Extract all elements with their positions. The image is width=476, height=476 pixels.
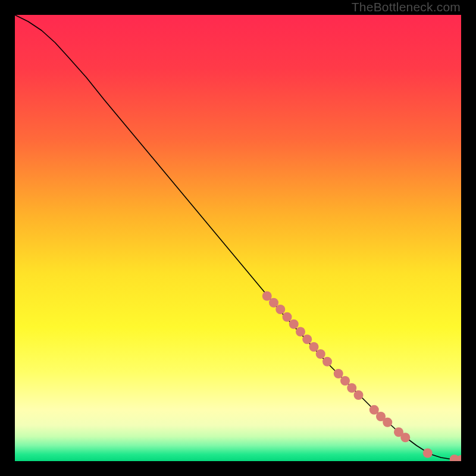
highlighted-point	[289, 320, 299, 329]
highlighted-point	[334, 369, 343, 378]
chart-stage: TheBottleneck.com	[0, 0, 476, 476]
highlighted-point	[283, 312, 292, 322]
highlighted-point	[322, 357, 332, 367]
plot-area	[15, 15, 461, 461]
highlighted-point	[354, 390, 364, 400]
highlighted-point	[316, 349, 325, 359]
highlighted-point	[423, 449, 433, 458]
highlighted-point	[400, 433, 410, 442]
highlighted-point	[296, 327, 305, 337]
highlighted-point	[275, 305, 285, 314]
chart-background	[15, 15, 461, 461]
watermark-text: TheBottleneck.com	[352, 0, 461, 14]
highlighted-point	[302, 334, 312, 344]
highlighted-point	[309, 342, 319, 352]
chart-svg	[15, 15, 461, 461]
highlighted-point	[340, 376, 350, 386]
highlighted-point	[383, 418, 392, 427]
highlighted-point	[347, 383, 356, 393]
